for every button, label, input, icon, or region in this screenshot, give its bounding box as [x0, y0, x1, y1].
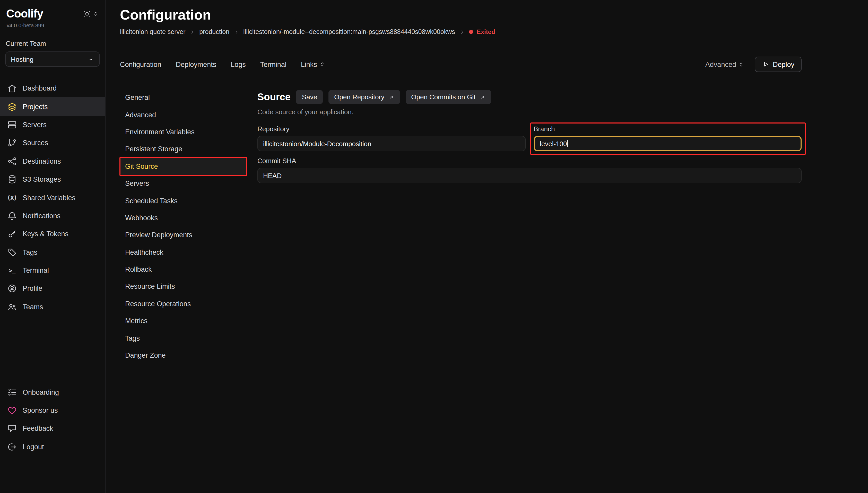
teams-icon [7, 302, 17, 312]
text-cursor [568, 140, 568, 147]
tab-logs[interactable]: Logs [231, 61, 246, 68]
home-icon [7, 83, 17, 93]
variables-icon: (x) [7, 192, 17, 203]
subnav-item-resource-operations[interactable]: Resource Operations [120, 295, 247, 313]
sidebar-item-label: Shared Variables [23, 194, 76, 201]
sidebar: Coolify v4.0.0-beta.399 Current Team Hos… [0, 0, 106, 493]
tabs-row: Configuration Deployments Logs Terminal … [120, 57, 802, 72]
form-title: Source [257, 91, 291, 103]
tabs-right: Advanced Deploy [705, 57, 802, 72]
bell-icon [7, 211, 17, 221]
external-link-icon [479, 94, 485, 100]
sidebar-item-terminal[interactable]: >_ Terminal [0, 261, 105, 280]
external-link-icon [388, 94, 394, 100]
open-repository-button[interactable]: Open Repository [329, 90, 400, 104]
server-icon [7, 120, 17, 130]
sidebar-item-tags[interactable]: Tags [0, 243, 105, 261]
sidebar-item-label: Feedback [23, 425, 53, 432]
sidebar-item-dashboard[interactable]: Dashboard [0, 79, 105, 98]
subnav-item-healthcheck[interactable]: Healthcheck [120, 244, 247, 261]
chevron-right-icon [189, 29, 195, 35]
sidebar-item-projects[interactable]: Projects [0, 98, 105, 116]
subnav-item-rollback[interactable]: Rollback [120, 261, 247, 278]
sidebar-item-label: Servers [23, 121, 47, 129]
commit-sha-label: Commit SHA [257, 157, 802, 165]
tab-configuration[interactable]: Configuration [120, 61, 162, 68]
sidebar-item-feedback[interactable]: Feedback [0, 420, 105, 438]
breadcrumb-project[interactable]: illicitonion quote server [120, 28, 185, 36]
sidebar-item-keys-tokens[interactable]: Keys & Tokens [0, 225, 105, 243]
tab-links[interactable]: Links [301, 61, 325, 68]
sidebar-item-destinations[interactable]: Destinations [0, 152, 105, 170]
chevron-down-icon [87, 56, 94, 63]
branch-label: Branch [534, 125, 802, 133]
logout-icon [7, 442, 17, 452]
commit-sha-input[interactable]: HEAD [257, 168, 802, 183]
layers-icon [7, 101, 17, 112]
play-icon [762, 61, 769, 68]
tabs: Configuration Deployments Logs Terminal … [120, 61, 325, 68]
subnav-item-persistent-storage[interactable]: Persistent Storage [120, 141, 247, 158]
sidebar-item-onboarding[interactable]: Onboarding [0, 383, 105, 401]
theme-toggle[interactable] [83, 10, 99, 18]
advanced-selector[interactable]: Advanced [705, 61, 744, 68]
subnav-item-webhooks[interactable]: Webhooks [120, 209, 247, 227]
subnav-item-general[interactable]: General [120, 89, 247, 106]
sidebar-item-label: Logout [23, 443, 44, 451]
subnav-item-scheduled-tasks[interactable]: Scheduled Tasks [120, 192, 247, 210]
repository-label: Repository [257, 125, 525, 133]
subnav-item-preview-deployments[interactable]: Preview Deployments [120, 227, 247, 244]
sidebar-item-label: Sources [23, 139, 48, 147]
open-commits-button[interactable]: Open Commits on Git [405, 90, 491, 104]
sidebar-item-label: S3 Storages [23, 175, 61, 183]
sidebar-item-notifications[interactable]: Notifications [0, 207, 105, 225]
sidebar-item-teams[interactable]: Teams [0, 298, 105, 316]
status-badge: Exited [469, 28, 495, 36]
save-button[interactable]: Save [296, 90, 323, 104]
chevron-up-down-icon [93, 11, 99, 17]
subnav-item-environment-variables[interactable]: Environment Variables [120, 124, 247, 141]
sidebar-item-s3-storages[interactable]: S3 Storages [0, 170, 105, 189]
sidebar-item-profile[interactable]: Profile [0, 280, 105, 298]
subnav-item-advanced[interactable]: Advanced [120, 106, 247, 124]
subnav-item-tags[interactable]: Tags [120, 329, 247, 347]
status-label: Exited [477, 28, 495, 36]
terminal-icon: >_ [7, 265, 17, 276]
repository-input[interactable]: illicitestonion/Module-Decomposition [257, 136, 525, 151]
checklist-icon [7, 387, 17, 397]
tag-icon [7, 247, 17, 257]
sidebar-item-label: Destinations [23, 157, 61, 165]
team-select[interactable]: Hosting [5, 51, 100, 67]
sidebar-footer: Onboarding Sponsor us Feedback Logout [0, 383, 105, 493]
sidebar-item-servers[interactable]: Servers [0, 116, 105, 134]
deploy-button[interactable]: Deploy [755, 57, 802, 72]
breadcrumb-environment[interactable]: production [199, 28, 229, 36]
subnav-item-servers[interactable]: Servers [120, 175, 247, 192]
sidebar-item-sources[interactable]: Sources [0, 134, 105, 152]
sidebar-nav: Dashboard Projects Servers Sources Desti… [0, 79, 105, 316]
sidebar-item-label: Sponsor us [23, 407, 58, 414]
tabs-divider [120, 78, 802, 78]
sidebar-item-label: Teams [23, 303, 43, 311]
main-content: Configuration illicitonion quote server … [106, 0, 868, 493]
sidebar-item-label: Profile [23, 285, 42, 293]
tab-terminal[interactable]: Terminal [260, 61, 287, 68]
commit-sha-field: Commit SHA HEAD [257, 157, 802, 183]
sidebar-item-logout[interactable]: Logout [0, 438, 105, 456]
branch-input[interactable]: level-100 [534, 136, 802, 151]
subnav-item-danger-zone[interactable]: Danger Zone [120, 347, 247, 364]
sidebar-item-sponsor[interactable]: Sponsor us [0, 401, 105, 420]
chevron-up-down-icon [738, 61, 744, 68]
subnav-item-git-source[interactable]: Git Source [120, 158, 247, 175]
logo-row: Coolify [0, 6, 105, 21]
sidebar-item-label: Tags [23, 248, 37, 256]
tab-deployments[interactable]: Deployments [176, 61, 216, 68]
subnav-item-metrics[interactable]: Metrics [120, 313, 247, 329]
key-icon [7, 229, 17, 239]
breadcrumb-application[interactable]: illicitestonion/-module--decomposition:m… [243, 28, 455, 36]
database-icon [7, 174, 17, 185]
subnav-item-resource-limits[interactable]: Resource Limits [120, 278, 247, 295]
sidebar-item-shared-variables[interactable]: (x) Shared Variables [0, 189, 105, 207]
form-subtitle: Code source of your application. [257, 108, 802, 116]
app-version: v4.0.0-beta.399 [0, 21, 105, 28]
